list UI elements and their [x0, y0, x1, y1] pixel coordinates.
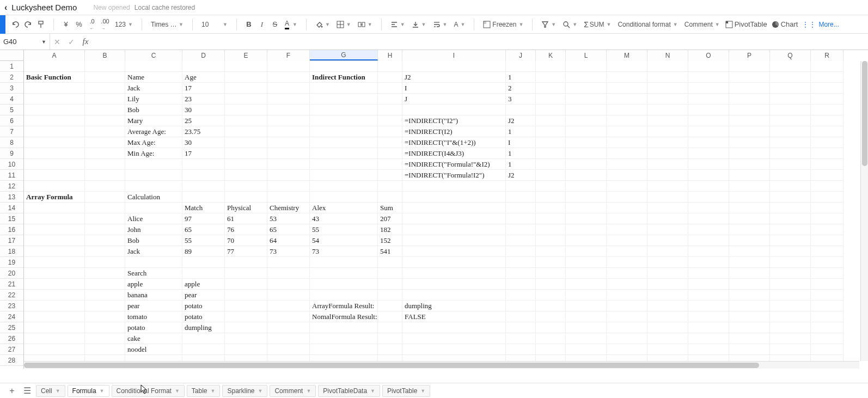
- cell-F27[interactable]: [267, 344, 310, 355]
- cell-L3[interactable]: [566, 83, 607, 94]
- cell-H27[interactable]: [378, 344, 402, 355]
- cell-H8[interactable]: [378, 137, 402, 148]
- cell-M23[interactable]: [607, 301, 647, 311]
- cell-K6[interactable]: [536, 115, 566, 126]
- cell-Q13[interactable]: [770, 192, 811, 203]
- add-sheet-button[interactable]: +: [4, 383, 20, 398]
- cell-L19[interactable]: [566, 257, 607, 268]
- cell-Q8[interactable]: [770, 137, 811, 148]
- column-header-O[interactable]: O: [688, 50, 729, 61]
- row-header-18[interactable]: 18: [0, 246, 23, 257]
- cell-B23[interactable]: [85, 301, 125, 311]
- cell-A5[interactable]: [24, 105, 85, 115]
- cell-I8[interactable]: =INDIRECT("I"&(1+2)): [402, 137, 506, 148]
- cell-B26[interactable]: [85, 333, 125, 344]
- cell-R17[interactable]: [811, 235, 843, 246]
- cell-P11[interactable]: [729, 170, 770, 181]
- cell-D21[interactable]: apple: [182, 279, 225, 290]
- cell-M19[interactable]: [607, 257, 647, 268]
- cell-O17[interactable]: [688, 235, 729, 246]
- cell-E5[interactable]: [225, 105, 267, 115]
- cell-R19[interactable]: [811, 257, 843, 268]
- strikethrough-button[interactable]: S: [268, 17, 282, 32]
- cell-B13[interactable]: [85, 192, 125, 203]
- column-header-H[interactable]: H: [378, 50, 402, 61]
- cell-Q15[interactable]: [770, 213, 811, 224]
- cell-Q14[interactable]: [770, 203, 811, 213]
- cell-G2[interactable]: Indirect Function: [310, 72, 378, 83]
- more-button[interactable]: ⋮⋮More...: [800, 17, 841, 32]
- cell-R6[interactable]: [811, 115, 843, 126]
- cell-H9[interactable]: [378, 148, 402, 159]
- row-header-5[interactable]: 5: [0, 105, 23, 115]
- cell-O9[interactable]: [688, 148, 729, 159]
- cell-N15[interactable]: [647, 213, 688, 224]
- cell-G26[interactable]: [310, 333, 378, 344]
- cell-O2[interactable]: [688, 72, 729, 83]
- sheet-tab-table[interactable]: Table▼: [187, 385, 221, 397]
- cell-A26[interactable]: [24, 333, 85, 344]
- column-header-I[interactable]: I: [402, 50, 506, 61]
- sheet-tab-caret-icon[interactable]: ▼: [175, 388, 180, 394]
- cell-F4[interactable]: [267, 94, 310, 105]
- cell-L8[interactable]: [566, 137, 607, 148]
- sheet-tab-pivottable[interactable]: PivotTable▼: [382, 385, 430, 397]
- cell-K8[interactable]: [536, 137, 566, 148]
- cell-M16[interactable]: [607, 224, 647, 235]
- cell-L18[interactable]: [566, 246, 607, 257]
- row-header-28[interactable]: 28: [0, 355, 23, 366]
- cell-A10[interactable]: [24, 159, 85, 170]
- cell-L16[interactable]: [566, 224, 607, 235]
- cell-G13[interactable]: [310, 192, 378, 203]
- cell-D9[interactable]: 17: [182, 148, 225, 159]
- cell-R11[interactable]: [811, 170, 843, 181]
- cell-P22[interactable]: [729, 290, 770, 301]
- cell-J13[interactable]: [506, 192, 536, 203]
- cell-J15[interactable]: [506, 213, 536, 224]
- cell-G10[interactable]: [310, 159, 378, 170]
- cell-M7[interactable]: [607, 126, 647, 137]
- cell-M11[interactable]: [607, 170, 647, 181]
- cell-J14[interactable]: [506, 203, 536, 213]
- cell-E1[interactable]: [225, 61, 267, 72]
- cell-H26[interactable]: [378, 333, 402, 344]
- row-header-2[interactable]: 2: [0, 72, 23, 83]
- cell-F23[interactable]: [267, 301, 310, 311]
- cell-P25[interactable]: [729, 322, 770, 333]
- cell-H2[interactable]: [378, 72, 402, 83]
- cell-H14[interactable]: Sum: [378, 203, 402, 213]
- cell-M14[interactable]: [607, 203, 647, 213]
- cell-O21[interactable]: [688, 279, 729, 290]
- cell-F16[interactable]: 65: [267, 224, 310, 235]
- cell-B16[interactable]: [85, 224, 125, 235]
- cell-D11[interactable]: [182, 170, 225, 181]
- cell-A18[interactable]: [24, 246, 85, 257]
- cell-A27[interactable]: [24, 344, 85, 355]
- cell-I20[interactable]: [402, 268, 506, 279]
- cell-E8[interactable]: [225, 137, 267, 148]
- cell-F2[interactable]: [267, 72, 310, 83]
- cell-A14[interactable]: [24, 203, 85, 213]
- cell-J11[interactable]: J2: [506, 170, 536, 181]
- cell-J21[interactable]: [506, 279, 536, 290]
- cell-R24[interactable]: [811, 311, 843, 322]
- cell-K11[interactable]: [536, 170, 566, 181]
- cell-E25[interactable]: [225, 322, 267, 333]
- cell-H12[interactable]: [378, 181, 402, 192]
- cell-O18[interactable]: [688, 246, 729, 257]
- cell-N2[interactable]: [647, 72, 688, 83]
- cell-M26[interactable]: [607, 333, 647, 344]
- vertical-scrollbar[interactable]: [860, 61, 868, 361]
- pivottable-button[interactable]: PivotTable: [723, 17, 769, 32]
- cell-N25[interactable]: [647, 322, 688, 333]
- cell-J24[interactable]: [506, 311, 536, 322]
- cell-O5[interactable]: [688, 105, 729, 115]
- row-header-11[interactable]: 11: [0, 170, 23, 181]
- cell-M3[interactable]: [607, 83, 647, 94]
- cell-Q9[interactable]: [770, 148, 811, 159]
- cell-F5[interactable]: [267, 105, 310, 115]
- cell-C10[interactable]: [125, 159, 182, 170]
- cell-D13[interactable]: [182, 192, 225, 203]
- cell-R22[interactable]: [811, 290, 843, 301]
- column-header-F[interactable]: F: [267, 50, 310, 61]
